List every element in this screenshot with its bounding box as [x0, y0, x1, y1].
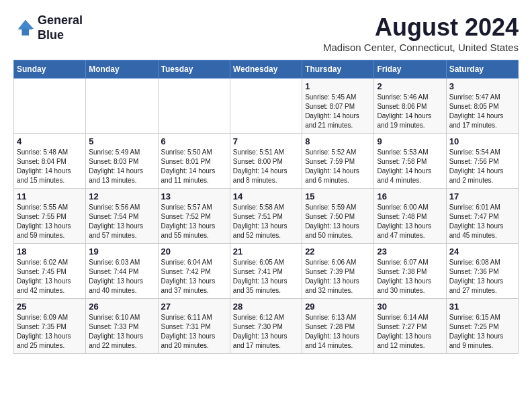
- day-cell: 5Sunrise: 5:49 AM Sunset: 8:03 PM Daylig…: [86, 134, 158, 189]
- day-number: 21: [233, 246, 299, 257]
- day-info: Sunrise: 5:56 AM Sunset: 7:54 PM Dayligh…: [89, 203, 154, 240]
- day-info: Sunrise: 6:08 AM Sunset: 7:36 PM Dayligh…: [449, 258, 515, 295]
- day-cell: 20Sunrise: 6:04 AM Sunset: 7:42 PM Dayli…: [158, 244, 230, 299]
- day-cell: 1Sunrise: 5:45 AM Sunset: 8:07 PM Daylig…: [302, 79, 374, 134]
- logo-icon: [13, 17, 35, 39]
- day-cell: 31Sunrise: 6:15 AM Sunset: 7:25 PM Dayli…: [446, 299, 518, 354]
- header-cell-friday: Friday: [374, 60, 446, 79]
- day-info: Sunrise: 5:55 AM Sunset: 7:55 PM Dayligh…: [17, 203, 83, 240]
- day-number: 19: [89, 246, 154, 257]
- day-info: Sunrise: 5:51 AM Sunset: 8:00 PM Dayligh…: [233, 148, 299, 185]
- day-info: Sunrise: 5:57 AM Sunset: 7:52 PM Dayligh…: [161, 203, 227, 240]
- day-number: 29: [305, 302, 371, 312]
- day-number: 10: [449, 136, 515, 146]
- day-info: Sunrise: 5:49 AM Sunset: 8:03 PM Dayligh…: [89, 148, 154, 185]
- calendar-table: SundayMondayTuesdayWednesdayThursdayFrid…: [13, 60, 519, 354]
- day-info: Sunrise: 6:07 AM Sunset: 7:38 PM Dayligh…: [377, 258, 443, 295]
- day-cell: 26Sunrise: 6:10 AM Sunset: 7:33 PM Dayli…: [86, 299, 158, 354]
- day-number: 31: [449, 302, 515, 312]
- day-info: Sunrise: 6:15 AM Sunset: 7:25 PM Dayligh…: [449, 313, 515, 351]
- day-cell: 16Sunrise: 6:00 AM Sunset: 7:48 PM Dayli…: [374, 189, 446, 244]
- day-number: 8: [305, 136, 371, 146]
- day-info: Sunrise: 5:53 AM Sunset: 7:58 PM Dayligh…: [377, 148, 443, 185]
- day-info: Sunrise: 6:14 AM Sunset: 7:27 PM Dayligh…: [377, 313, 443, 351]
- day-cell: 6Sunrise: 5:50 AM Sunset: 8:01 PM Daylig…: [158, 134, 230, 189]
- logo-line2: Blue: [38, 28, 83, 43]
- header-row: SundayMondayTuesdayWednesdayThursdayFrid…: [14, 60, 519, 79]
- day-info: Sunrise: 5:46 AM Sunset: 8:06 PM Dayligh…: [377, 93, 443, 130]
- day-number: 23: [377, 246, 443, 257]
- header-cell-tuesday: Tuesday: [158, 60, 230, 79]
- day-info: Sunrise: 6:01 AM Sunset: 7:47 PM Dayligh…: [449, 203, 515, 240]
- day-cell: 21Sunrise: 6:05 AM Sunset: 7:41 PM Dayli…: [230, 244, 302, 299]
- day-number: 9: [377, 136, 443, 146]
- day-number: 1: [305, 81, 371, 91]
- day-info: Sunrise: 6:05 AM Sunset: 7:41 PM Dayligh…: [233, 258, 299, 295]
- day-number: 22: [305, 246, 371, 257]
- day-number: 18: [17, 246, 83, 257]
- day-number: 5: [89, 136, 154, 146]
- day-number: 12: [89, 191, 154, 201]
- day-cell: 25Sunrise: 6:09 AM Sunset: 7:35 PM Dayli…: [14, 299, 86, 354]
- header-cell-wednesday: Wednesday: [230, 60, 302, 79]
- day-number: 25: [17, 302, 83, 312]
- day-number: 3: [449, 81, 515, 91]
- header-cell-sunday: Sunday: [14, 60, 86, 79]
- day-number: 16: [377, 191, 443, 201]
- week-row-1: 4Sunrise: 5:48 AM Sunset: 8:04 PM Daylig…: [14, 134, 519, 189]
- day-info: Sunrise: 5:52 AM Sunset: 7:59 PM Dayligh…: [305, 148, 371, 185]
- day-info: Sunrise: 5:48 AM Sunset: 8:04 PM Dayligh…: [17, 148, 83, 185]
- day-info: Sunrise: 5:45 AM Sunset: 8:07 PM Dayligh…: [305, 93, 371, 130]
- day-cell: [230, 79, 302, 134]
- day-cell: [158, 79, 230, 134]
- day-cell: 19Sunrise: 6:03 AM Sunset: 7:44 PM Dayli…: [86, 244, 158, 299]
- day-cell: [86, 79, 158, 134]
- day-cell: 12Sunrise: 5:56 AM Sunset: 7:54 PM Dayli…: [86, 189, 158, 244]
- day-info: Sunrise: 6:00 AM Sunset: 7:48 PM Dayligh…: [377, 203, 443, 240]
- day-cell: 22Sunrise: 6:06 AM Sunset: 7:39 PM Dayli…: [302, 244, 374, 299]
- day-number: 27: [161, 302, 227, 312]
- day-info: Sunrise: 6:10 AM Sunset: 7:33 PM Dayligh…: [89, 313, 154, 351]
- day-cell: 14Sunrise: 5:58 AM Sunset: 7:51 PM Dayli…: [230, 189, 302, 244]
- day-cell: 8Sunrise: 5:52 AM Sunset: 7:59 PM Daylig…: [302, 134, 374, 189]
- title-area: August 2024 Madison Center, Connecticut,…: [323, 13, 519, 53]
- day-cell: 13Sunrise: 5:57 AM Sunset: 7:52 PM Dayli…: [158, 189, 230, 244]
- page-header: General Blue August 2024 Madison Center,…: [13, 13, 519, 53]
- day-info: Sunrise: 6:11 AM Sunset: 7:31 PM Dayligh…: [161, 313, 227, 351]
- day-number: 26: [89, 302, 154, 312]
- day-info: Sunrise: 5:59 AM Sunset: 7:50 PM Dayligh…: [305, 203, 371, 240]
- day-info: Sunrise: 5:54 AM Sunset: 7:56 PM Dayligh…: [449, 148, 515, 185]
- day-cell: 24Sunrise: 6:08 AM Sunset: 7:36 PM Dayli…: [446, 244, 518, 299]
- header-cell-monday: Monday: [86, 60, 158, 79]
- day-number: 28: [233, 302, 299, 312]
- header-cell-thursday: Thursday: [302, 60, 374, 79]
- day-cell: 10Sunrise: 5:54 AM Sunset: 7:56 PM Dayli…: [446, 134, 518, 189]
- day-cell: 15Sunrise: 5:59 AM Sunset: 7:50 PM Dayli…: [302, 189, 374, 244]
- day-number: 20: [161, 246, 227, 257]
- day-cell: 29Sunrise: 6:13 AM Sunset: 7:28 PM Dayli…: [302, 299, 374, 354]
- day-cell: 18Sunrise: 6:02 AM Sunset: 7:45 PM Dayli…: [14, 244, 86, 299]
- day-cell: 23Sunrise: 6:07 AM Sunset: 7:38 PM Dayli…: [374, 244, 446, 299]
- day-cell: 3Sunrise: 5:47 AM Sunset: 8:05 PM Daylig…: [446, 79, 518, 134]
- logo: General Blue: [13, 13, 83, 42]
- header-cell-saturday: Saturday: [446, 60, 518, 79]
- day-number: 7: [233, 136, 299, 146]
- day-cell: 17Sunrise: 6:01 AM Sunset: 7:47 PM Dayli…: [446, 189, 518, 244]
- day-cell: 2Sunrise: 5:46 AM Sunset: 8:06 PM Daylig…: [374, 79, 446, 134]
- day-info: Sunrise: 6:06 AM Sunset: 7:39 PM Dayligh…: [305, 258, 371, 295]
- day-info: Sunrise: 6:04 AM Sunset: 7:42 PM Dayligh…: [161, 258, 227, 295]
- day-cell: 28Sunrise: 6:12 AM Sunset: 7:30 PM Dayli…: [230, 299, 302, 354]
- logo-line1: General: [38, 13, 83, 28]
- day-info: Sunrise: 6:09 AM Sunset: 7:35 PM Dayligh…: [17, 313, 83, 351]
- day-cell: [14, 79, 86, 134]
- location-title: Madison Center, Connecticut, United Stat…: [323, 42, 519, 53]
- day-cell: 30Sunrise: 6:14 AM Sunset: 7:27 PM Dayli…: [374, 299, 446, 354]
- day-number: 24: [449, 246, 515, 257]
- day-cell: 9Sunrise: 5:53 AM Sunset: 7:58 PM Daylig…: [374, 134, 446, 189]
- day-cell: 27Sunrise: 6:11 AM Sunset: 7:31 PM Dayli…: [158, 299, 230, 354]
- day-info: Sunrise: 6:02 AM Sunset: 7:45 PM Dayligh…: [17, 258, 83, 295]
- month-title: August 2024: [323, 13, 519, 42]
- day-info: Sunrise: 6:12 AM Sunset: 7:30 PM Dayligh…: [233, 313, 299, 351]
- day-number: 15: [305, 191, 371, 201]
- day-cell: 7Sunrise: 5:51 AM Sunset: 8:00 PM Daylig…: [230, 134, 302, 189]
